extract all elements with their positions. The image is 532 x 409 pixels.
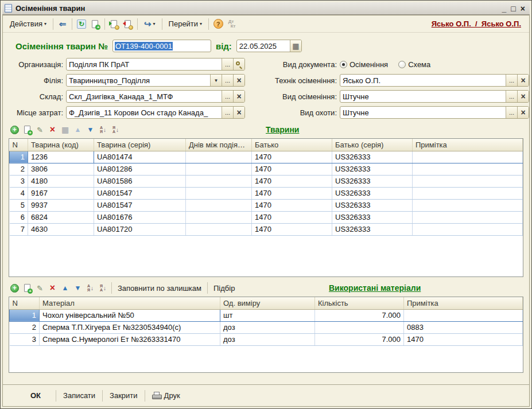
animals-move-up-button[interactable]: ▲: [72, 124, 84, 136]
minimize-button[interactable]: _: [502, 5, 507, 13]
table-cell[interactable]: [186, 223, 252, 235]
materials-sort-asc-button[interactable]: АЯ ↓: [84, 282, 96, 294]
refresh-button[interactable]: ↻: [75, 18, 88, 30]
table-cell[interactable]: [413, 211, 523, 223]
insemination-kind-select-button[interactable]: ...: [506, 91, 517, 102]
table-cell[interactable]: [186, 163, 252, 175]
organization-input[interactable]: Поділля ПК ПрАТ: [67, 59, 222, 70]
close-button[interactable]: ×: [521, 5, 525, 13]
technician-input[interactable]: Ясько О.П.: [340, 75, 506, 86]
output-menu-button[interactable]: ↪ ▾: [141, 17, 159, 31]
warehouse-select-button[interactable]: ...: [222, 91, 233, 102]
cost-place-input[interactable]: Ф_Дзигів_11 Корови Осн стадо Канада_: [67, 107, 222, 118]
table-cell[interactable]: 4630: [28, 223, 94, 235]
table-cell[interactable]: US326333: [332, 163, 413, 175]
table-cell[interactable]: 3806: [28, 163, 94, 175]
table-cell[interactable]: 1470: [252, 151, 332, 163]
table-cell[interactable]: 1470: [252, 199, 332, 211]
animals-sort-desc-button[interactable]: ЯА ↓: [110, 124, 122, 136]
fill-by-balances-button[interactable]: Заповнити по залишкам: [114, 282, 205, 294]
row-number-cell[interactable]: 1: [10, 309, 40, 321]
title-bar[interactable]: Осіменіння тварин _ □ ×: [2, 2, 530, 15]
table-cell[interactable]: [413, 187, 523, 199]
cost-place-select-button[interactable]: ...: [222, 107, 233, 118]
branch-clear-button[interactable]: ×: [233, 75, 244, 86]
heat-kind-input[interactable]: Штучне: [340, 107, 506, 118]
table-cell[interactable]: [413, 151, 523, 163]
row-number-cell[interactable]: 3: [10, 333, 40, 345]
table-row[interactable]: 74630UA8017201470US326333: [10, 223, 523, 235]
save-button[interactable]: Записати: [57, 389, 101, 403]
table-cell[interactable]: доз: [220, 333, 315, 345]
materials-add-copy-button[interactable]: +: [21, 282, 33, 294]
materials-add-button[interactable]: +: [9, 282, 21, 294]
document-number-input[interactable]: ОТ139-400-0001: [112, 40, 211, 52]
cost-place-clear-button[interactable]: ×: [233, 107, 244, 118]
row-number-cell[interactable]: 2: [10, 321, 40, 333]
branch-dropdown-button[interactable]: ▼: [210, 75, 222, 86]
table-cell[interactable]: [186, 151, 252, 163]
table-cell[interactable]: [413, 163, 523, 175]
table-cell[interactable]: [315, 321, 404, 333]
maximize-button[interactable]: □: [511, 5, 515, 13]
insemination-kind-input[interactable]: Штучне: [340, 91, 506, 102]
animals-add-button[interactable]: +: [9, 124, 21, 136]
table-cell[interactable]: 0883: [404, 321, 523, 333]
animals-edit-button[interactable]: ✎: [34, 124, 46, 136]
table-cell[interactable]: UA801547: [94, 199, 186, 211]
table-cell[interactable]: 6824: [28, 211, 94, 223]
technician-clear-button[interactable]: ×: [517, 75, 529, 86]
table-row[interactable]: 59937UA8015471470US326333: [10, 199, 523, 211]
table-cell[interactable]: US326333: [332, 211, 413, 223]
materials-edit-button[interactable]: ✎: [34, 282, 46, 294]
row-number-cell[interactable]: 6: [10, 211, 28, 223]
table-row[interactable]: 2Сперма Т.П.Хігуера Ет №3230534940(с)доз…: [10, 321, 523, 333]
animals-delete-button[interactable]: ×: [46, 124, 59, 136]
table-row[interactable]: 66824UA8016761470US326333: [10, 211, 523, 223]
radio-insemination[interactable]: Осіменіння: [340, 60, 388, 69]
print-button[interactable]: Друк: [146, 389, 186, 403]
warehouse-input[interactable]: Скл_Дзигівка_Канада_1_МТФ: [67, 91, 222, 102]
insemination-kind-clear-button[interactable]: ×: [517, 91, 529, 102]
table-cell[interactable]: [186, 187, 252, 199]
table-cell[interactable]: 1470: [252, 187, 332, 199]
table-cell[interactable]: Сперма С.Нумерологі Ет №3263331470: [40, 333, 220, 345]
table-cell[interactable]: 1470: [252, 163, 332, 175]
table-cell[interactable]: 7.000: [315, 309, 404, 321]
table-cell[interactable]: 4180: [28, 175, 94, 187]
warehouse-clear-button[interactable]: ×: [233, 91, 244, 102]
table-cell[interactable]: 1236: [28, 151, 94, 163]
table-cell[interactable]: UA801286: [94, 163, 186, 175]
table-cell[interactable]: 1470: [252, 223, 332, 235]
table-cell[interactable]: US326333: [332, 175, 413, 187]
row-number-cell[interactable]: 5: [10, 199, 28, 211]
table-row[interactable]: 49167UA8015471470US326333: [10, 187, 523, 199]
animals-end-edit-button[interactable]: ▦: [59, 124, 71, 136]
actions-menu-button[interactable]: Действия ▾: [6, 17, 50, 31]
table-cell[interactable]: 7.000: [315, 333, 404, 345]
materials-sort-desc-button[interactable]: ЯА ↓: [97, 282, 109, 294]
user-link[interactable]: Ясько О.П. / Ясько О.П.: [432, 20, 526, 28]
animals-section-link[interactable]: Тварини: [266, 125, 299, 134]
table-cell[interactable]: UA801676: [94, 211, 186, 223]
reread-button[interactable]: ⇐: [56, 18, 69, 30]
materials-move-down-button[interactable]: ▼: [72, 282, 84, 294]
table-cell[interactable]: [186, 211, 252, 223]
table-cell[interactable]: [413, 175, 523, 187]
goto-menu-button[interactable]: Перейти ▾: [165, 17, 206, 31]
table-cell[interactable]: [413, 223, 523, 235]
row-number-cell[interactable]: 4: [10, 187, 28, 199]
materials-move-up-button[interactable]: ▲: [59, 282, 71, 294]
branch-select-button[interactable]: ...: [222, 75, 233, 86]
table-cell[interactable]: 1470: [404, 333, 523, 345]
ok-button[interactable]: ОК: [25, 389, 55, 403]
row-number-cell[interactable]: 3: [10, 175, 28, 187]
table-cell[interactable]: доз: [220, 321, 315, 333]
table-cell[interactable]: 1470: [252, 175, 332, 187]
technician-select-button[interactable]: ...: [506, 75, 517, 86]
table-row[interactable]: 3Сперма С.Нумерологі Ет №3263331470доз7.…: [10, 333, 523, 345]
help-button[interactable]: ?: [212, 18, 224, 30]
organization-select-button[interactable]: ...: [222, 59, 233, 70]
table-cell[interactable]: US326333: [332, 187, 413, 199]
animals-sort-asc-button[interactable]: АЯ ↓: [97, 124, 109, 136]
